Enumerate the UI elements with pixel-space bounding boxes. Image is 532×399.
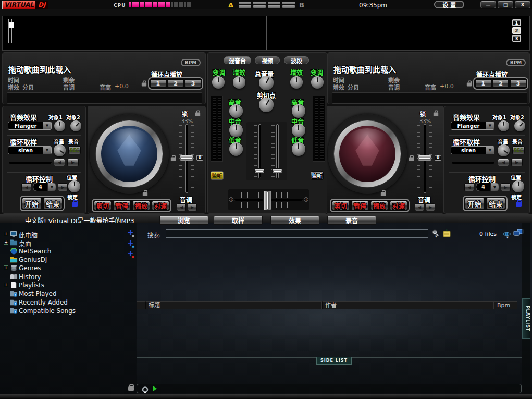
eye-options-arrow-icon[interactable]: ▼ <box>506 236 509 239</box>
sampler-rec-button[interactable]: REC <box>68 146 81 154</box>
expand-icon[interactable]: + <box>4 265 8 270</box>
tab-browse[interactable]: 浏览 <box>159 216 208 225</box>
loop-position-knob[interactable] <box>68 180 80 192</box>
fx-param2-knob[interactable] <box>70 120 81 131</box>
sample-next-button[interactable]: ▶ <box>67 159 79 166</box>
tree-item-genres[interactable]: + Genres <box>0 264 135 272</box>
pause-button[interactable]: 暂停 <box>113 201 131 210</box>
effect-select[interactable]: Flanger ▼ <box>8 122 52 130</box>
pitch-zero-button[interactable]: 0 <box>435 155 441 161</box>
search-options-arrow-icon[interactable]: ▼ <box>435 235 437 238</box>
expand-icon[interactable]: + <box>4 240 8 245</box>
tab-effects[interactable]: 效果 <box>270 216 319 225</box>
cue-2-button[interactable]: 2 <box>168 79 184 88</box>
cue-2-button[interactable]: 2 <box>493 79 509 88</box>
right-eq-high-knob[interactable] <box>292 104 305 118</box>
tree-item-most-played[interactable]: Most Played <box>0 289 135 298</box>
cue-button[interactable]: 剪切 <box>94 201 112 210</box>
left-gain-knob[interactable] <box>233 76 245 89</box>
column-header-title[interactable]: 标题 <box>145 301 322 309</box>
loop-length-select[interactable]: 4 ▼ <box>476 183 499 191</box>
right-eq-low-knob[interactable] <box>292 142 305 156</box>
sidelist-lock-icon[interactable] <box>128 386 134 391</box>
sample-prev-button[interactable]: ◀ <box>54 159 65 166</box>
loop-shorter-button[interactable]: ◀ <box>21 183 31 191</box>
jog-wheel[interactable] <box>328 114 407 194</box>
song-position-strip[interactable] <box>7 92 202 104</box>
loop-position-knob[interactable] <box>512 180 524 192</box>
pitch-zero-button[interactable]: 0 <box>196 155 203 161</box>
tree-item-playlists[interactable]: + Playlists <box>0 281 135 289</box>
master-volume-knob[interactable] <box>259 76 274 90</box>
tree-item-computer[interactable]: + 此电脑 <box>0 230 135 238</box>
pitch-slider-handle[interactable] <box>418 155 431 161</box>
jog-wheel[interactable] <box>90 114 169 194</box>
tree-item-recently-added[interactable]: Recently Added <box>0 298 135 307</box>
loop-longer-button[interactable]: ▶ <box>58 183 68 191</box>
minimize-button[interactable]: — <box>480 1 496 8</box>
key-down-button[interactable]: ◀ <box>177 203 186 211</box>
sample-next-button[interactable]: ▶ <box>511 159 523 166</box>
loop-end-button[interactable]: 结束 <box>43 198 63 209</box>
effect-select[interactable]: Flanger ▼ <box>451 122 494 130</box>
crossfader-handle[interactable] <box>263 190 271 210</box>
loop-length-select[interactable]: 4 ▼ <box>33 183 56 191</box>
tree-item-compatible-songs[interactable]: Compatible Songs <box>0 307 135 315</box>
sample-select[interactable]: siren ▼ <box>451 146 494 154</box>
cue-1-button[interactable]: 1 <box>150 79 166 88</box>
add-note-icon[interactable]: + <box>442 229 451 239</box>
tab-mixer[interactable]: 混音台 <box>224 56 251 64</box>
pitch-slider[interactable] <box>179 124 194 193</box>
rhythm-zoom-2-button[interactable]: 2 <box>512 27 521 34</box>
fx-param1-knob[interactable] <box>54 120 65 131</box>
left-monitor-button[interactable]: 监听 <box>211 171 224 180</box>
pitch-slider-handle[interactable] <box>180 155 193 161</box>
tab-sampler[interactable]: 取样 <box>214 216 263 225</box>
sync-button[interactable]: 对速 <box>390 201 407 210</box>
chevron-down-icon[interactable]: ▼ <box>43 122 51 129</box>
tree-item-geniusdj[interactable]: GeniusDJ <box>0 256 135 264</box>
right-key-knob[interactable] <box>311 76 324 89</box>
sidelist-play-icon[interactable] <box>153 386 157 391</box>
fx-param1-knob[interactable] <box>498 120 509 131</box>
expand-icon[interactable]: + <box>4 232 8 236</box>
rhythm-zoom-3-button[interactable]: 3 <box>512 35 521 42</box>
search-icon[interactable] <box>431 229 440 239</box>
chevron-down-icon[interactable]: ▼ <box>486 147 494 154</box>
pitch-lock-icon[interactable] <box>434 113 438 116</box>
cue-3-button[interactable]: 3 <box>185 79 201 88</box>
bpm-button[interactable]: BPM <box>181 59 201 66</box>
deck-lock-icon[interactable] <box>143 192 147 196</box>
sampler-rec-button[interactable]: REC <box>512 146 525 154</box>
right-monitor-button[interactable]: 监听 <box>311 171 324 180</box>
pause-button[interactable]: 暂停 <box>351 201 369 210</box>
crossfader-right-plus-icon[interactable]: + <box>304 197 308 202</box>
song-position-strip[interactable] <box>332 92 527 104</box>
loop-start-button[interactable]: 开始 <box>465 198 485 209</box>
cue-point-knob[interactable] <box>259 98 274 112</box>
column-header-artist[interactable]: 作者 <box>322 301 494 309</box>
right-gain-knob[interactable] <box>290 76 303 89</box>
key-up-button[interactable]: ▶ <box>188 203 197 211</box>
play-button[interactable]: 播放 <box>370 201 388 210</box>
key-up-button[interactable]: ▶ <box>426 203 435 211</box>
tree-item-netsearch[interactable]: NetSearch <box>0 247 135 256</box>
pitch-slider-lock-icon[interactable] <box>409 158 414 161</box>
pitch-lock-icon[interactable] <box>195 113 200 116</box>
play-button[interactable]: 播放 <box>132 201 150 210</box>
chevron-down-icon[interactable]: ▼ <box>47 183 56 191</box>
cue-lock-icon[interactable] <box>142 83 146 87</box>
chevron-down-icon[interactable]: ▼ <box>490 183 499 191</box>
fx-param2-knob[interactable] <box>514 120 525 131</box>
tab-record[interactable]: 录音 <box>327 216 376 225</box>
bpm-button[interactable]: BPM <box>506 59 526 66</box>
sampler-volume-knob[interactable] <box>498 144 510 156</box>
crossfader-left-plus-icon[interactable]: + <box>229 197 233 202</box>
playlist-side-tab[interactable]: PLAYLIST <box>522 223 530 394</box>
tree-item-desktop[interactable]: + 桌面 <box>0 238 135 247</box>
expand-icon[interactable]: + <box>4 283 8 287</box>
key-down-button[interactable]: ◀ <box>415 203 424 211</box>
cue-3-button[interactable]: 3 <box>510 79 526 88</box>
add-virtual-folder-button[interactable]: + <box>127 240 135 248</box>
add-filter-folder-button[interactable]: + <box>127 250 135 259</box>
